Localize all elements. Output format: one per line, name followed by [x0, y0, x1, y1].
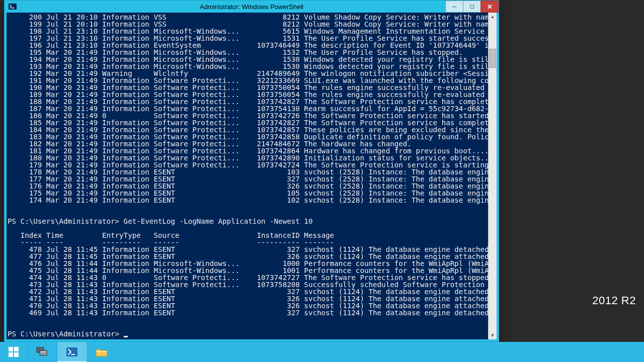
taskbar-explorer[interactable]	[87, 342, 116, 362]
minimize-button[interactable]: ─	[445, 1, 463, 13]
powershell-taskbar-icon	[65, 346, 79, 358]
powershell-window: Administrator: Windows PowerShell ─ ☐ ✕ …	[4, 0, 499, 342]
svg-rect-2	[14, 347, 19, 351]
console-output[interactable]: 200 Jul 21 20:10 Information VSS 8212 Vo…	[7, 13, 488, 339]
scroll-thumb[interactable]	[489, 49, 496, 68]
start-button[interactable]	[0, 342, 28, 362]
svg-rect-6	[40, 350, 47, 355]
window-title: Administrator: Windows PowerShell	[5, 3, 499, 11]
desktop: 2012 R2 Administrator: Windows PowerShel…	[0, 0, 644, 362]
svg-rect-0	[9, 4, 17, 10]
titlebar[interactable]: Administrator: Windows PowerShell ─ ☐ ✕	[5, 1, 499, 13]
taskbar-server-manager[interactable]	[28, 342, 57, 362]
cursor	[124, 336, 128, 337]
server-manager-icon	[35, 346, 49, 358]
os-brand: 2012 R2	[592, 294, 636, 307]
taskbar-powershell[interactable]	[57, 342, 87, 362]
scroll-down-button[interactable]: ▼	[489, 331, 497, 339]
svg-rect-8	[66, 347, 77, 356]
close-button[interactable]: ✕	[480, 1, 499, 13]
maximize-button[interactable]: ☐	[463, 1, 481, 13]
powershell-icon	[8, 2, 18, 12]
explorer-icon	[95, 346, 109, 358]
taskbar	[0, 342, 644, 362]
svg-rect-3	[9, 352, 13, 357]
scroll-up-button[interactable]: ▲	[489, 13, 497, 21]
vertical-scrollbar[interactable]: ▲ ▼	[488, 13, 497, 339]
scroll-track[interactable]	[489, 21, 497, 331]
svg-rect-4	[14, 352, 19, 357]
svg-rect-1	[9, 347, 13, 351]
svg-rect-9	[96, 351, 107, 352]
svg-rect-7	[41, 351, 46, 352]
